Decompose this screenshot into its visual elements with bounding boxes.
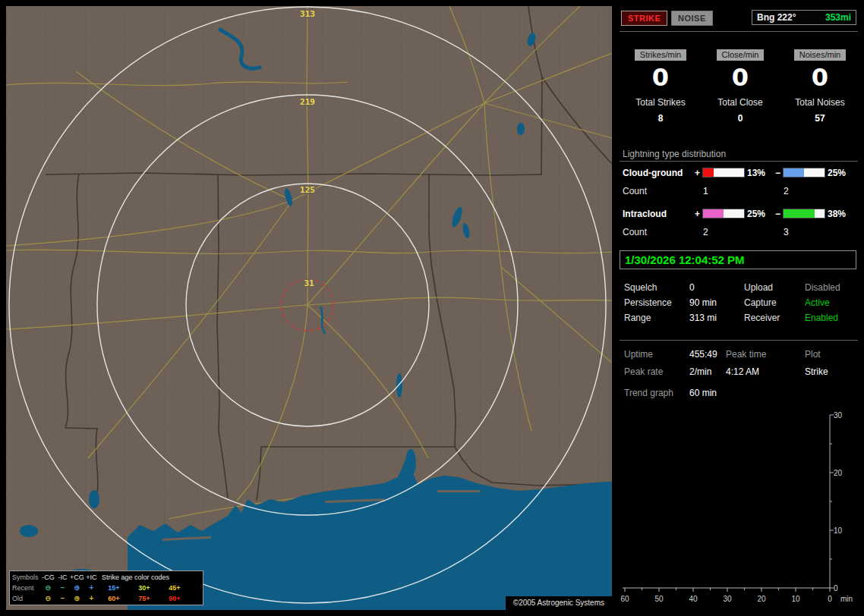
- distribution-title: Lightning type distribution: [623, 149, 726, 159]
- status-panel: STRIKE NOISE Bng 222° 353mi Strikes/min …: [620, 6, 858, 610]
- ic-minus-pct: 38%: [828, 209, 846, 219]
- legend-age-title: Strike age color codes: [99, 574, 200, 581]
- age-code: 60+: [99, 595, 129, 602]
- strikes-counter: Strikes/min 0 Total Strikes 8: [621, 47, 700, 124]
- x-tick: 10: [791, 595, 800, 603]
- uptime-value: 455:49: [689, 349, 717, 360]
- ic-plus-bar: [703, 209, 744, 218]
- lightning-map[interactable]: 313 219 125 31 Symbols -CG -IC +CG +IC S…: [6, 6, 612, 610]
- type-name: Cloud-ground: [623, 168, 683, 178]
- cg-minus-pct: 25%: [828, 168, 846, 178]
- pcg-old-icon: ⊕: [70, 595, 84, 602]
- cg-plus-pct: 13%: [747, 168, 765, 178]
- plus-sign: +: [695, 168, 700, 178]
- stats-row: Peak rate 2/min 4:12 AM Strike: [620, 366, 858, 379]
- capture-status: Active: [805, 297, 830, 308]
- close-counter: Close/min 0 Total Close 0: [701, 47, 780, 124]
- nic-recent-icon: −: [55, 584, 70, 592]
- y-tick: 30: [834, 411, 843, 420]
- legend-row-label: Recent: [12, 584, 41, 592]
- peak-rate-label: Peak rate: [624, 366, 663, 377]
- uptime-label: Uptime: [624, 349, 653, 360]
- cg-plus-count: 1: [703, 186, 708, 196]
- noises-per-min-label: Noises/min: [794, 49, 846, 61]
- ic-minus-count: 3: [784, 227, 789, 237]
- bar-fill: [703, 168, 714, 177]
- trend-graph-label: Trend graph: [624, 388, 673, 398]
- strike-button[interactable]: STRIKE: [621, 11, 667, 26]
- divider: [620, 340, 858, 341]
- trend-graph-value: 60 min: [689, 388, 717, 398]
- legend-row-label: Old: [12, 595, 41, 602]
- bearing-label: Bng 222°: [757, 12, 796, 23]
- legend-old-row: Old ⊖ − ⊕ + 60+ 75+ 90+: [12, 593, 200, 604]
- range-value: 313 mi: [689, 313, 717, 323]
- range-label-219: 219: [300, 97, 315, 107]
- pcg-recent-icon: ⊕: [70, 584, 84, 592]
- total-strikes-label: Total Strikes: [621, 97, 700, 108]
- y-tick: 10: [834, 526, 843, 535]
- count-label: Count: [623, 186, 647, 196]
- plot-value: Strike: [805, 366, 828, 377]
- age-code: 15+: [99, 584, 129, 592]
- age-code: 45+: [159, 584, 190, 592]
- persistence-value: 90 min: [689, 297, 717, 308]
- type-name: Intracloud: [623, 209, 667, 219]
- minus-sign: −: [775, 209, 780, 219]
- ic-minus-bar: [784, 209, 825, 218]
- stats-row: Uptime 455:49 Peak time Plot: [620, 349, 858, 361]
- age-code: 30+: [129, 584, 159, 592]
- legend-recent-row: Recent ⊖ − ⊕ + 15+ 30+ 45+: [12, 583, 200, 593]
- receiver-label: Receiver: [744, 313, 780, 323]
- x-tick: 0: [828, 595, 832, 603]
- legend-col-nic: -IC: [55, 574, 70, 581]
- bar-fill: [784, 168, 804, 177]
- legend-symbols-title: Symbols: [12, 574, 41, 581]
- legend-col-pcg: +CG: [70, 574, 84, 581]
- trend-axes: [623, 415, 834, 592]
- receiver-status: Enabled: [805, 313, 838, 323]
- pic-recent-icon: +: [84, 584, 99, 592]
- close-per-min-value: 0: [701, 64, 780, 91]
- bar-fill: [784, 209, 815, 218]
- noise-button[interactable]: NOISE: [671, 11, 713, 26]
- ic-plus-pct: 25%: [747, 209, 765, 219]
- capture-label: Capture: [744, 297, 777, 308]
- y-tick: 20: [834, 469, 843, 477]
- total-noises-label: Total Noises: [780, 97, 859, 108]
- noises-counter: Noises/min 0 Total Noises 57: [780, 47, 859, 124]
- squelch-value: 0: [689, 282, 695, 293]
- x-tick: 30: [723, 595, 732, 603]
- plot-label: Plot: [805, 349, 821, 360]
- total-close-value: 0: [701, 113, 780, 124]
- settings-row: Range 313 mi Receiver Enabled: [620, 313, 858, 325]
- cloud-ground-count-row: Count 1 2: [620, 186, 858, 196]
- minus-sign: −: [775, 168, 780, 178]
- plus-sign: +: [695, 209, 700, 219]
- intracloud-row: Intracloud + 25% − 38%: [620, 209, 858, 219]
- ic-plus-count: 2: [703, 227, 708, 237]
- divider: [620, 31, 858, 32]
- total-strikes-value: 8: [621, 113, 700, 124]
- x-tick: 50: [654, 595, 664, 603]
- clock-readout: 1/30/2026 12:04:52 PM: [620, 250, 856, 269]
- range-label-313: 313: [300, 9, 315, 19]
- peak-time-label: Peak time: [726, 349, 766, 360]
- stats-row: Trend graph 60 min: [620, 388, 858, 400]
- ncg-old-icon: ⊖: [41, 595, 55, 602]
- close-per-min-label: Close/min: [717, 49, 765, 61]
- range-label-125: 125: [300, 185, 315, 195]
- x-axis-unit: min: [840, 595, 853, 603]
- cg-minus-count: 2: [784, 186, 789, 196]
- age-code: 75+: [129, 595, 159, 602]
- persistence-label: Persistence: [624, 297, 672, 308]
- settings-row: Persistence 90 min Capture Active: [620, 297, 858, 310]
- divider: [620, 161, 858, 162]
- bar-fill: [703, 209, 724, 218]
- squelch-label: Squelch: [624, 282, 657, 293]
- map-legend: Symbols -CG -IC +CG +IC Strike age color…: [9, 570, 203, 605]
- range-label-31: 31: [304, 278, 314, 288]
- x-tick: 20: [757, 595, 766, 603]
- trend-axis-labels: 30 20 10 0 60 50 40 30 20 10 0 min: [620, 411, 853, 603]
- cg-minus-bar: [784, 168, 825, 177]
